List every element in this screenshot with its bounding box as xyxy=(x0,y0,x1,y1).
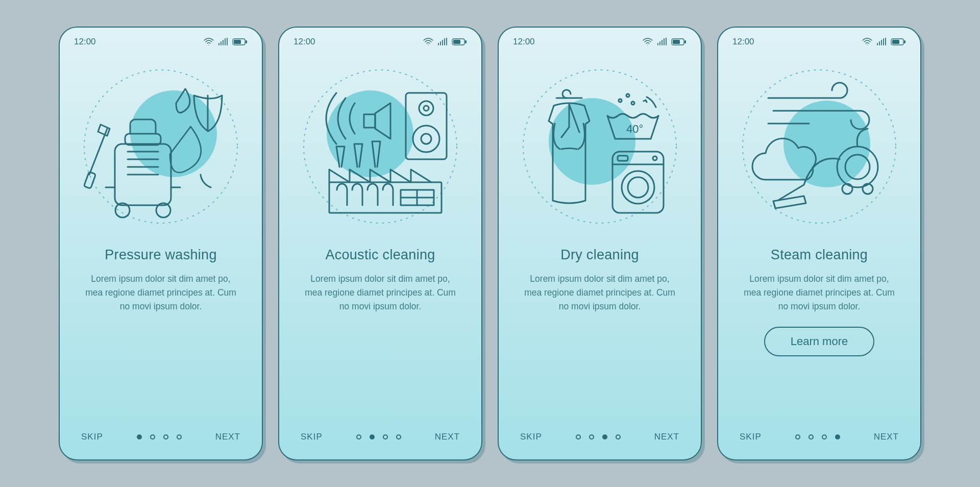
page-dot-2[interactable] xyxy=(589,434,594,440)
status-bar: 12:00 xyxy=(279,28,481,47)
svg-rect-24 xyxy=(684,40,686,43)
phone-screen-3: 12:00 xyxy=(498,27,702,460)
screen-title: Acoustic cleaning xyxy=(279,247,481,263)
svg-rect-11 xyxy=(453,40,460,44)
svg-point-19 xyxy=(421,134,431,144)
next-button[interactable]: NEXT xyxy=(654,432,679,442)
next-button[interactable]: NEXT xyxy=(435,432,460,442)
wifi-icon xyxy=(643,38,653,46)
status-icons xyxy=(862,38,906,46)
pagination-dots xyxy=(356,434,401,440)
nav-bar: SKIP NEXT xyxy=(499,432,701,442)
page-dot-1[interactable] xyxy=(795,434,800,440)
skip-button[interactable]: SKIP xyxy=(301,432,323,442)
status-icons xyxy=(204,38,248,46)
battery-icon xyxy=(452,38,467,46)
page-dot-2[interactable] xyxy=(370,434,375,440)
status-bar: 12:00 xyxy=(499,28,701,47)
signal-icon xyxy=(218,38,228,46)
status-icons xyxy=(423,38,467,46)
battery-icon xyxy=(891,38,906,46)
illustration-pressure-washing xyxy=(60,57,262,241)
status-time: 12:00 xyxy=(293,37,315,47)
pagination-dots xyxy=(576,434,621,440)
nav-bar: SKIP NEXT xyxy=(718,432,920,442)
nav-bar: SKIP NEXT xyxy=(279,432,481,442)
phone-screen-2: 12:00 xyxy=(278,27,482,460)
illustration-steam-cleaning xyxy=(718,57,920,241)
page-dot-3[interactable] xyxy=(602,434,607,440)
svg-rect-2 xyxy=(246,40,247,43)
next-button[interactable]: NEXT xyxy=(874,432,899,442)
svg-point-17 xyxy=(424,106,429,111)
signal-icon xyxy=(657,38,667,46)
svg-rect-23 xyxy=(673,40,680,44)
status-time: 12:00 xyxy=(513,37,535,47)
wifi-icon xyxy=(204,38,214,46)
screen-description: Lorem ipsum dolor sit dim amet po, mea r… xyxy=(60,263,262,313)
screen-description: Lorem ipsum dolor sit dim amet po, mea r… xyxy=(279,263,481,313)
screen-description: Lorem ipsum dolor sit dim amet po, mea r… xyxy=(499,263,701,313)
svg-point-32 xyxy=(622,171,654,204)
status-time: 12:00 xyxy=(732,37,754,47)
pagination-dots xyxy=(137,434,182,440)
phone-mockup-row: 12:00 xyxy=(38,6,942,481)
svg-text:40°: 40° xyxy=(626,123,643,135)
svg-point-30 xyxy=(631,102,634,105)
battery-icon xyxy=(671,38,687,46)
next-button[interactable]: NEXT xyxy=(215,432,240,442)
page-dot-1[interactable] xyxy=(576,434,581,440)
status-bar: 12:00 xyxy=(718,28,920,47)
phone-screen-4: 12:00 xyxy=(717,27,921,460)
svg-point-26 xyxy=(549,98,635,185)
svg-point-34 xyxy=(653,156,657,160)
status-icons xyxy=(643,38,687,46)
svg-point-33 xyxy=(628,177,648,198)
screen-title: Pressure washing xyxy=(60,247,262,263)
status-time: 12:00 xyxy=(74,37,96,47)
page-dot-4[interactable] xyxy=(396,434,401,440)
svg-point-28 xyxy=(619,99,622,102)
screen-description: Lorem ipsum dolor sit dim amet po, mea r… xyxy=(718,263,920,313)
page-dot-3[interactable] xyxy=(822,434,827,440)
screen-title: Steam cleaning xyxy=(718,247,920,263)
pagination-dots xyxy=(795,434,840,440)
illustration-acoustic-cleaning xyxy=(279,57,481,241)
battery-icon xyxy=(232,38,248,46)
wifi-icon xyxy=(862,38,872,46)
skip-button[interactable]: SKIP xyxy=(81,432,103,442)
signal-icon xyxy=(876,38,887,46)
page-dot-4[interactable] xyxy=(177,434,182,440)
svg-rect-1 xyxy=(234,40,241,44)
phone-screen-1: 12:00 xyxy=(59,27,263,460)
wifi-icon xyxy=(423,38,433,46)
learn-more-button[interactable]: Learn more xyxy=(764,327,875,356)
svg-rect-12 xyxy=(465,40,467,43)
page-dot-3[interactable] xyxy=(383,434,388,440)
page-dot-1[interactable] xyxy=(137,434,142,440)
skip-button[interactable]: SKIP xyxy=(740,432,762,442)
page-dot-1[interactable] xyxy=(356,434,361,440)
svg-point-29 xyxy=(626,94,629,97)
status-bar: 12:00 xyxy=(60,28,262,47)
svg-point-16 xyxy=(419,101,433,115)
page-dot-4[interactable] xyxy=(616,434,621,440)
page-dot-3[interactable] xyxy=(163,434,168,440)
screen-title: Dry cleaning xyxy=(499,247,701,263)
skip-button[interactable]: SKIP xyxy=(520,432,542,442)
svg-rect-38 xyxy=(904,40,905,43)
svg-rect-37 xyxy=(892,40,899,44)
page-dot-2[interactable] xyxy=(150,434,155,440)
signal-icon xyxy=(437,38,448,46)
illustration-dry-cleaning: 40° xyxy=(499,57,701,241)
svg-point-18 xyxy=(413,126,439,152)
page-dot-4[interactable] xyxy=(835,434,840,440)
nav-bar: SKIP NEXT xyxy=(60,432,262,442)
page-dot-2[interactable] xyxy=(808,434,814,440)
